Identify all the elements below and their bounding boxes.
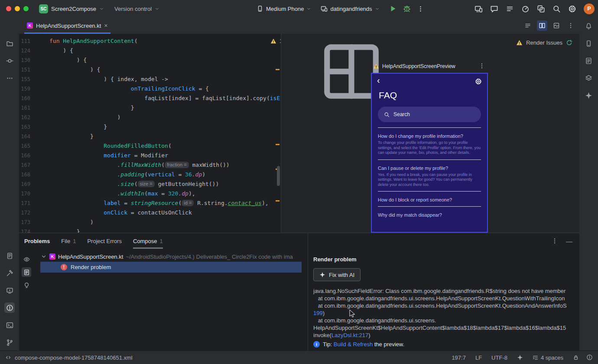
- structure-icon[interactable]: [506, 5, 514, 13]
- warning-stripe-mark[interactable]: [276, 200, 280, 202]
- version-control-tool-icon[interactable]: [4, 337, 15, 348]
- editor-tab[interactable]: K HelpAndSupportScreen.kt ×: [24, 17, 110, 34]
- stack-trace-link[interactable]: 199: [313, 310, 323, 316]
- faq-item[interactable]: How do I change my profile information?T…: [378, 127, 481, 159]
- show-details-icon[interactable]: [22, 267, 31, 277]
- quick-fix-bulb-icon[interactable]: [22, 280, 31, 290]
- status-info-icon[interactable]: [586, 354, 593, 361]
- device-explorer-tool-icon[interactable]: [583, 55, 594, 66]
- running-devices-tool-icon[interactable]: [4, 285, 15, 296]
- code-line: 172 onClick = contactUsOnClick: [19, 208, 281, 218]
- editor-scrollbar[interactable]: [277, 166, 280, 186]
- device-phone-icon: [257, 5, 263, 12]
- more-tool-windows-icon[interactable]: [4, 73, 15, 83]
- search-icon: [384, 112, 390, 117]
- ai-status-icon[interactable]: [517, 354, 523, 361]
- search-everywhere-icon[interactable]: [552, 5, 561, 13]
- faq-item[interactable]: How do I block or report someone?: [378, 191, 481, 206]
- project-selector[interactable]: Screen2Compose: [51, 6, 96, 12]
- stack-trace-line: at com.ibm.google.datingandfriends.ui.sc…: [313, 302, 579, 309]
- device-manager-tool-icon[interactable]: [583, 38, 594, 49]
- preview-name-label[interactable]: HelpAndSupportScreenPreview: [382, 63, 455, 69]
- code-line: 167 .fillMaxWidth(fraction = maxWidth()): [19, 160, 281, 170]
- status-file-name[interactable]: compose-compose-model-1758748140651.xml: [15, 354, 133, 361]
- project-tool-icon[interactable]: [4, 38, 15, 49]
- file-encoding[interactable]: UTF-8: [491, 354, 507, 361]
- settings-gear-icon[interactable]: [568, 5, 576, 13]
- resource-manager-tool-icon[interactable]: [583, 73, 594, 83]
- warning-icon: [270, 38, 276, 44]
- preview-phone-surface[interactable]: ‹ FAQ Search How do I change my profile …: [371, 73, 488, 233]
- device-mirroring-icon[interactable]: [474, 5, 483, 13]
- preview-problems-icon[interactable]: [22, 254, 31, 264]
- notifications-bell-icon[interactable]: [583, 21, 594, 31]
- ai-chat-icon[interactable]: [490, 5, 498, 13]
- warning-stripe-mark[interactable]: [276, 69, 280, 70]
- line-separator[interactable]: LF: [475, 354, 482, 361]
- macos-minimize-button[interactable]: [15, 6, 20, 11]
- refresh-preview-icon[interactable]: [566, 39, 572, 46]
- problem-detail-heading: Render problem: [313, 256, 579, 263]
- code-line: 160 faqList[index] = faqList[index].copy…: [19, 94, 281, 103]
- profiler-icon[interactable]: [521, 5, 530, 13]
- render-issues-label[interactable]: Render Issues: [526, 39, 562, 46]
- editor-mode-design-icon[interactable]: [551, 20, 562, 31]
- editor-mode-split-icon[interactable]: [537, 20, 547, 31]
- vcs-selector[interactable]: Version control: [114, 6, 152, 12]
- code-line: 164 }: [19, 132, 281, 141]
- code-line: 173 ): [19, 218, 281, 227]
- gemini-tool-icon[interactable]: [583, 90, 594, 101]
- code-line: 111fun HelpAndSupportContent(: [19, 36, 281, 46]
- debug-button[interactable]: [403, 5, 411, 13]
- problems-tool-icon[interactable]: [4, 302, 15, 313]
- preview-options-kebab[interactable]: [478, 62, 485, 69]
- write-lock-icon[interactable]: [573, 354, 579, 361]
- tab-close-icon[interactable]: ×: [104, 23, 107, 29]
- macos-zoom-button[interactable]: [23, 6, 29, 11]
- tab-project-errors[interactable]: Project Errors: [87, 233, 121, 249]
- kotlin-file-icon: K: [27, 23, 33, 29]
- faq-screen-title: FAQ: [379, 90, 397, 101]
- code-line: 170 .widthIn(max = 320.dp),: [19, 189, 281, 198]
- logcat-tool-icon[interactable]: [4, 250, 15, 261]
- panel-options-kebab[interactable]: [551, 237, 558, 244]
- error-icon: !: [61, 264, 67, 270]
- build-tool-icon[interactable]: [4, 268, 15, 278]
- problem-node-selected[interactable]: ! Render problem: [40, 262, 302, 273]
- chevron-down-icon: [99, 6, 104, 11]
- user-avatar[interactable]: P: [584, 3, 595, 14]
- code-line: 165 RoundedFilledButton(: [19, 141, 281, 151]
- stack-trace-link[interactable]: LazyDsl.kt:217: [332, 332, 368, 338]
- tab-file[interactable]: File1: [61, 233, 76, 249]
- warning-icon: [516, 39, 523, 46]
- run-button[interactable]: [389, 5, 397, 13]
- compose-preview-pane: Render Issues HelpAndSupportScreenPrevie…: [281, 34, 579, 233]
- macos-close-button[interactable]: [6, 6, 11, 11]
- editor-options-kebab[interactable]: [566, 20, 576, 31]
- more-run-options-kebab[interactable]: [417, 5, 424, 13]
- code-editor[interactable]: 111fun HelpAndSupportContent(124 ) {130 …: [19, 34, 281, 233]
- tab-compose[interactable]: Compose1: [133, 233, 163, 249]
- app-inspection-icon[interactable]: [537, 5, 545, 13]
- indent-setting[interactable]: 4 spaces: [533, 354, 563, 361]
- faq-item[interactable]: Why did my match disappear?: [378, 206, 481, 221]
- code-line: 174 }: [19, 227, 281, 233]
- run-config-selector[interactable]: datingandfriends: [330, 6, 372, 12]
- warning-stripe-mark[interactable]: [276, 144, 280, 145]
- code-line: 166 modifier = Modifier: [19, 151, 281, 160]
- device-selector[interactable]: Medium Phone: [266, 6, 304, 12]
- hide-panel-icon[interactable]: —: [566, 237, 572, 245]
- build-refresh-link[interactable]: Build & Refresh: [334, 341, 373, 348]
- chevron-down-icon[interactable]: [41, 254, 47, 260]
- terminal-tool-icon[interactable]: [4, 320, 15, 330]
- ai-star-icon: [319, 272, 325, 278]
- project-badge: SC: [39, 4, 48, 13]
- problems-file-node[interactable]: K HelpAndSupportScreen.kt ~/AndroidStudi…: [34, 251, 314, 262]
- editor-mode-code-icon[interactable]: [523, 20, 533, 31]
- faq-item[interactable]: Can I pause or delete my profile?Yes. If…: [378, 159, 481, 192]
- kotlin-file-icon: K: [49, 254, 55, 260]
- commit-tool-icon[interactable]: [4, 55, 15, 66]
- caret-position[interactable]: 197:7: [452, 354, 466, 361]
- settings-gear-icon: [475, 78, 482, 85]
- fix-with-ai-button[interactable]: Fix with AI: [313, 268, 361, 281]
